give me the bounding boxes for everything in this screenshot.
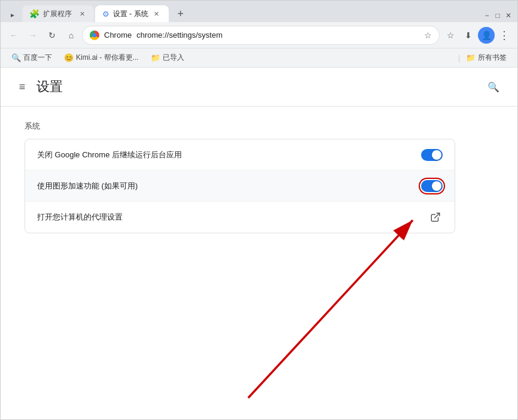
baidu-icon: 🔍: [11, 53, 21, 62]
toggle-knob: [432, 150, 441, 160]
kimi-icon: 😊: [64, 53, 74, 62]
bookmark-baidu[interactable]: 🔍 百度一下: [8, 51, 56, 64]
folder-all-icon: 📁: [466, 53, 476, 62]
tab-label-settings: 设置 - 系统: [113, 9, 148, 19]
toolbar-icons: ☆ ⬇ 👤 ⋮: [442, 27, 513, 44]
tab-close-extensions[interactable]: ✕: [77, 9, 87, 19]
close-button[interactable]: ✕: [504, 11, 513, 20]
browser-window: ▸ 🧩 扩展程序 ✕ ⚙ 设置 - 系统 ✕ + − □ ✕ ← →: [0, 0, 518, 420]
home-button[interactable]: ⌂: [63, 27, 80, 44]
toggle-knob-2: [432, 181, 441, 191]
background-apps-toggle[interactable]: [421, 149, 443, 161]
section-title: 系统: [25, 121, 493, 132]
tab-strip: ▸ 🧩 扩展程序 ✕ ⚙ 设置 - 系统 ✕ +: [5, 1, 483, 22]
setting-row-hardware-acceleration: 使用图形加速功能 (如果可用): [25, 171, 455, 202]
new-tab-button[interactable]: +: [172, 5, 189, 22]
download-button[interactable]: ⬇: [460, 27, 477, 44]
tab-scroll-left[interactable]: ▸: [5, 8, 20, 22]
background-apps-label: 关闭 Google Chrome 后继续运行后台应用: [37, 150, 421, 160]
setting-row-proxy: 打开您计算机的代理设置: [25, 202, 455, 233]
proxy-label: 打开您计算机的代理设置: [37, 212, 428, 223]
title-bar: ▸ 🧩 扩展程序 ✕ ⚙ 设置 - 系统 ✕ + − □ ✕: [1, 1, 517, 22]
chrome-logo-icon: [90, 31, 99, 40]
star-button[interactable]: ☆: [442, 27, 459, 44]
settings-card: 关闭 Google Chrome 后继续运行后台应用 使用图形加速功能 (如果可…: [25, 139, 455, 233]
bookmark-kimi[interactable]: 😊 Kimi.ai - 帮你看更...: [60, 51, 142, 64]
bookmark-label-imported: 已导入: [163, 53, 184, 63]
window-controls: − □ ✕: [483, 11, 513, 22]
divider-line: |: [458, 54, 460, 62]
bookmarks-bar: 🔍 百度一下 😊 Kimi.ai - 帮你看更... 📁 已导入 | 📁 所有书…: [1, 48, 517, 68]
svg-line-0: [435, 213, 440, 218]
address-bar[interactable]: Chrome chrome://settings/system ☆: [82, 26, 440, 45]
bookmark-label-baidu: 百度一下: [23, 53, 52, 63]
maximize-button[interactable]: □: [493, 11, 502, 20]
forward-button[interactable]: →: [25, 27, 41, 44]
setting-row-background-apps: 关闭 Google Chrome 后继续运行后台应用: [25, 139, 455, 171]
page-content: ≡ 设置 🔍 系统 关闭 Google Chrome 后继续运行后台应用 使: [1, 68, 517, 419]
bookmark-label-kimi: Kimi.ai - 帮你看更...: [76, 53, 139, 63]
tab-label-extensions: 扩展程序: [43, 9, 74, 19]
all-bookmarks-label: 所有书签: [478, 53, 507, 63]
settings-menu-icon[interactable]: ≡: [15, 80, 29, 94]
gear-tab-icon: ⚙: [102, 10, 109, 19]
settings-body: 系统 关闭 Google Chrome 后继续运行后台应用 使用图形加速功能 (…: [1, 106, 517, 419]
settings-header: ≡ 设置 🔍: [1, 68, 517, 106]
search-icon: 🔍: [487, 81, 499, 93]
back-button[interactable]: ←: [5, 27, 22, 44]
bookmark-imported[interactable]: 📁 已导入: [147, 51, 188, 64]
bookmarks-right: | 📁 所有书签: [458, 51, 510, 64]
puzzle-icon: 🧩: [29, 9, 39, 19]
hardware-acceleration-toggle[interactable]: [421, 180, 443, 192]
minimize-button[interactable]: −: [483, 11, 491, 20]
menu-button[interactable]: ⋮: [496, 27, 513, 44]
hardware-acceleration-label: 使用图形加速功能 (如果可用): [37, 181, 421, 191]
settings-tab[interactable]: ⚙ 设置 - 系统 ✕: [95, 5, 169, 22]
folder-import-icon: 📁: [151, 53, 160, 62]
url-text: chrome://settings/system: [136, 31, 419, 39]
profile-button[interactable]: 👤: [478, 27, 495, 44]
chrome-label: Chrome: [104, 31, 132, 39]
toolbar: ← → ↻ ⌂ Chrome chrome://settings/system …: [1, 22, 517, 48]
settings-search-button[interactable]: 🔍: [484, 77, 503, 96]
tab-close-settings[interactable]: ✕: [152, 9, 162, 19]
settings-title: 设置: [36, 78, 477, 96]
star-icon[interactable]: ☆: [424, 31, 432, 40]
external-link-button[interactable]: [428, 210, 443, 224]
extensions-tab[interactable]: 🧩 扩展程序 ✕: [22, 5, 94, 22]
all-bookmarks-button[interactable]: 📁 所有书签: [462, 51, 510, 64]
reload-button[interactable]: ↻: [44, 27, 60, 44]
